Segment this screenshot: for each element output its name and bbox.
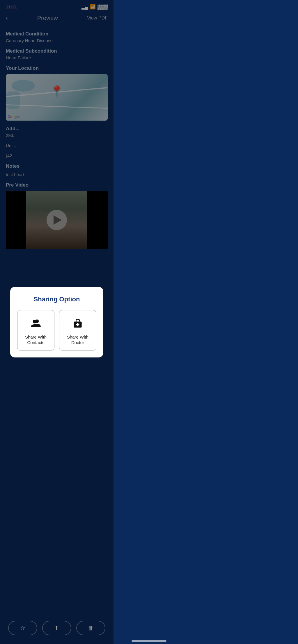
modal-overlay: Sharing Option Share WithContacts (0, 0, 113, 259)
